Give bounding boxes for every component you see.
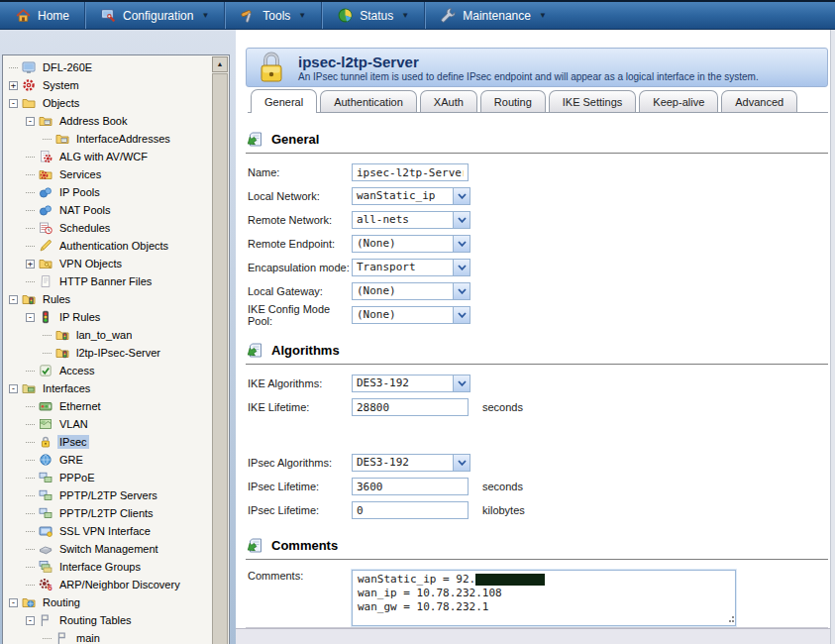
tree-item[interactable]: ALG with AV/WCF <box>5 148 211 165</box>
tree-item[interactable]: GRE <box>5 451 211 469</box>
scrollbar-thumb[interactable] <box>212 73 228 644</box>
select-arrow-button[interactable] <box>453 212 470 228</box>
tab[interactable]: Routing <box>480 90 546 112</box>
select-arrow-button[interactable] <box>453 236 470 252</box>
tree-expander[interactable] <box>26 192 35 193</box>
tree-expander[interactable] <box>9 67 18 68</box>
tree-expander[interactable] <box>26 585 35 586</box>
tree-item[interactable]: - Interfaces <box>5 379 211 397</box>
tree-item[interactable]: InterfaceAddresses <box>5 130 211 148</box>
scroll-up-button[interactable]: ▲ <box>212 56 228 72</box>
tree-item[interactable]: HTTP Banner Files <box>5 272 211 290</box>
ike-algorithms-select[interactable]: DES3-192 <box>352 375 470 392</box>
tree-item[interactable]: Authentication Objects <box>5 237 211 255</box>
tree-item[interactable]: PPTP/L2TP Clients <box>5 504 211 522</box>
tree-expander[interactable] <box>26 281 35 282</box>
tree-item[interactable]: - Objects <box>5 94 211 112</box>
resize-grip[interactable] <box>726 616 734 624</box>
tab[interactable]: General <box>251 89 317 113</box>
menu-item[interactable]: Home <box>0 2 84 29</box>
local-network-select[interactable]: wanStatic_ip <box>352 187 470 205</box>
select-arrow-button[interactable] <box>453 307 470 323</box>
tree-expander[interactable] <box>26 157 35 158</box>
tree-item[interactable]: DFL-260E <box>5 58 211 76</box>
tree-expander[interactable] <box>26 228 35 229</box>
tab[interactable]: IKE Settings <box>549 90 637 112</box>
tree-expander[interactable]: + <box>26 260 35 268</box>
tree-scrollbar[interactable]: ▲ <box>212 56 228 644</box>
tree-expander[interactable]: - <box>9 384 18 393</box>
tree-expander[interactable]: - <box>26 117 35 126</box>
tree-item[interactable]: - Routing Tables <box>5 611 211 629</box>
tree-expander[interactable] <box>26 246 35 247</box>
tree-expander[interactable] <box>26 478 35 479</box>
tree-item[interactable]: Interface Groups <box>5 558 211 576</box>
tree-expander[interactable] <box>26 549 35 550</box>
select-arrow-button[interactable] <box>453 188 470 204</box>
tree-expander[interactable] <box>26 174 35 175</box>
remote-network-select[interactable]: all-nets <box>352 211 470 229</box>
tree-expander[interactable] <box>26 531 35 532</box>
menu-item[interactable]: Status ▼ <box>321 2 424 29</box>
tree-expander[interactable]: - <box>26 313 35 322</box>
tree-expander[interactable] <box>26 210 35 211</box>
tree-item[interactable]: NAT Pools <box>5 201 211 219</box>
ipsec-lifetime-seconds-input[interactable] <box>352 478 469 495</box>
tree-expander[interactable]: - <box>26 616 35 625</box>
tree-item[interactable]: main <box>5 629 211 644</box>
tree-expander[interactable] <box>26 406 35 407</box>
select-arrow-button[interactable] <box>453 283 470 299</box>
tree-item[interactable]: Schedules <box>5 219 211 237</box>
ike-config-mode-pool-select[interactable]: (None) <box>352 306 470 324</box>
tree-item[interactable]: - Rules <box>5 290 211 308</box>
tree-item[interactable]: + System <box>5 76 211 94</box>
tree-item[interactable]: l2tp-IPsec-Server <box>5 344 211 362</box>
tree-item[interactable]: PPTP/L2TP Servers <box>5 486 211 504</box>
tree-expander[interactable]: - <box>9 295 18 304</box>
tree-expander[interactable]: + <box>9 81 18 90</box>
tree-expander[interactable]: - <box>9 598 18 607</box>
tree-expander[interactable] <box>26 513 35 514</box>
menu-item[interactable]: Configuration ▼ <box>84 2 224 29</box>
menu-item[interactable]: Maintenance ▼ <box>424 2 562 29</box>
tree-item[interactable]: lan_to_wan <box>5 326 211 344</box>
tree-expander[interactable] <box>26 442 35 443</box>
tree-item[interactable]: - Address Book <box>5 112 211 130</box>
name-input[interactable] <box>352 163 469 181</box>
tree-expander[interactable] <box>43 335 52 336</box>
select-arrow-button[interactable] <box>453 455 470 471</box>
tree-item[interactable]: Switch Management <box>5 540 211 558</box>
tab[interactable]: XAuth <box>420 90 477 112</box>
tree-item[interactable]: - IP Rules <box>5 308 211 326</box>
tree-item[interactable]: PPPoE <box>5 469 211 486</box>
tree-expander[interactable] <box>26 460 35 461</box>
tree-expander[interactable] <box>43 638 52 639</box>
tree-expander[interactable] <box>26 567 35 568</box>
tree-item[interactable]: Services <box>5 165 211 183</box>
select-arrow-button[interactable] <box>453 376 470 391</box>
tree-item[interactable]: IP Pools <box>5 183 211 201</box>
tree-expander[interactable] <box>26 371 35 372</box>
tree-item[interactable]: SSL VPN Interface <box>5 522 211 540</box>
tree-expander[interactable]: - <box>9 99 18 108</box>
remote-endpoint-select[interactable]: (None) <box>352 235 470 253</box>
tree-item[interactable]: + VPN Objects <box>5 255 211 272</box>
tree-expander[interactable] <box>26 424 35 425</box>
menu-item[interactable]: Tools ▼ <box>224 2 321 29</box>
comments-textarea[interactable]: wanStatic_ip = 92. wan_ip = 10.78.232.10… <box>352 570 736 626</box>
tree-item[interactable]: Access <box>5 362 211 379</box>
select-arrow-button[interactable] <box>453 260 470 275</box>
tree-expander[interactable] <box>26 495 35 496</box>
tree-expander[interactable] <box>43 353 52 354</box>
tab[interactable]: Authentication <box>320 90 417 112</box>
local-gateway-select[interactable]: (None) <box>352 282 470 300</box>
tree-item[interactable]: Ethernet <box>5 397 211 415</box>
tab[interactable]: Advanced <box>721 90 797 112</box>
ipsec-lifetime-kilobytes-input[interactable] <box>352 501 469 519</box>
tab[interactable]: Keep-alive <box>639 90 718 112</box>
ike-lifetime-input[interactable] <box>352 398 469 416</box>
ipsec-algorithms-select[interactable]: DES3-192 <box>352 454 470 472</box>
tree-expander[interactable] <box>43 139 52 140</box>
tree-item[interactable]: IPsec <box>5 433 211 451</box>
encapsulation-mode-select[interactable]: Transport <box>352 259 470 276</box>
